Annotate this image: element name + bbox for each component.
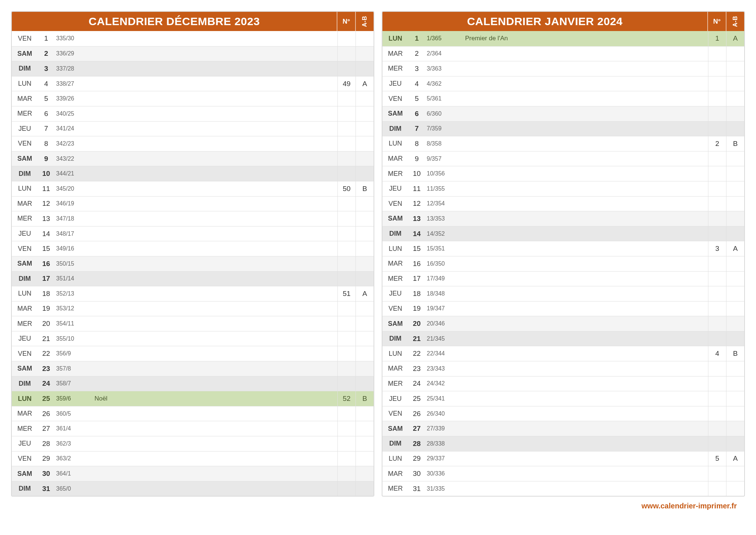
day-ordinal: 358/7	[55, 380, 93, 387]
week-number	[708, 316, 726, 331]
day-row: JEU2525/341	[382, 391, 744, 406]
day-row: MAR5339/26	[12, 91, 374, 106]
day-number: 12	[408, 200, 425, 208]
week-ab	[355, 331, 374, 346]
week-number: 50	[337, 181, 355, 196]
week-number: 51	[337, 286, 355, 301]
week-ab	[355, 421, 374, 436]
day-ordinal: 361/4	[55, 425, 93, 432]
day-of-week: MAR	[12, 410, 38, 418]
day-row: SAM1313/353	[382, 211, 744, 226]
day-of-week: JEU	[382, 80, 408, 88]
day-of-week: LUN	[382, 245, 408, 253]
day-row: VEN1919/347	[382, 301, 744, 316]
day-number: 18	[38, 290, 55, 298]
day-of-week: SAM	[12, 470, 38, 478]
week-number: 49	[337, 76, 355, 91]
week-number	[337, 241, 355, 256]
day-row: MAR22/364	[382, 46, 744, 61]
day-number: 6	[38, 110, 55, 118]
week-number	[337, 122, 355, 136]
day-row: VEN22356/9	[12, 346, 374, 361]
week-ab	[355, 481, 374, 496]
day-ordinal: 26/340	[425, 410, 464, 417]
day-number: 31	[408, 485, 425, 493]
day-of-week: VEN	[12, 245, 38, 253]
day-of-week: SAM	[12, 365, 38, 372]
day-number: 27	[408, 425, 425, 433]
day-ordinal: 21/345	[425, 335, 464, 342]
week-number: 2	[708, 136, 726, 151]
day-ordinal: 344/21	[55, 170, 93, 177]
day-ordinal: 352/13	[55, 290, 93, 297]
week-ab	[355, 406, 374, 421]
week-number	[708, 391, 726, 406]
week-ab	[726, 466, 744, 481]
day-number: 21	[38, 335, 55, 343]
day-of-week: MAR	[12, 200, 38, 208]
week-ab	[355, 272, 374, 286]
day-number: 24	[408, 379, 425, 388]
week-ab	[355, 211, 374, 226]
day-of-week: VEN	[12, 35, 38, 42]
week-ab	[355, 436, 374, 451]
day-number: 19	[38, 304, 55, 313]
day-ordinal: 22/344	[425, 350, 464, 357]
day-ordinal: 350/15	[55, 260, 93, 267]
day-of-week: DIM	[12, 380, 38, 388]
day-of-week: JEU	[12, 125, 38, 133]
day-ordinal: 342/23	[55, 140, 93, 147]
day-ordinal: 351/14	[55, 275, 93, 282]
day-number: 4	[408, 80, 425, 88]
day-number: 17	[408, 275, 425, 283]
week-number	[708, 226, 726, 241]
week-number	[337, 301, 355, 316]
week-number: 4	[708, 346, 726, 361]
week-number	[708, 256, 726, 271]
day-number: 7	[408, 125, 425, 133]
day-of-week: VEN	[382, 305, 408, 313]
day-ordinal: 9/357	[425, 156, 464, 162]
day-number: 2	[38, 50, 55, 58]
day-number: 25	[38, 395, 55, 403]
week-ab	[726, 376, 744, 391]
header-ab: A-B	[355, 12, 374, 31]
week-ab	[726, 91, 744, 106]
day-row: SAM2336/29	[12, 46, 374, 61]
day-ordinal: 18/348	[425, 290, 464, 297]
day-row: LUN2929/3375A	[382, 451, 744, 466]
day-ordinal: 5/361	[425, 95, 464, 102]
day-row: VEN15349/16	[12, 241, 374, 256]
day-number: 16	[408, 260, 425, 268]
day-ordinal: 357/8	[55, 365, 93, 372]
day-ordinal: 345/20	[55, 185, 93, 192]
day-ordinal: 347/18	[55, 215, 93, 222]
day-row: MER13347/18	[12, 211, 374, 226]
month-header: CALENDRIER JANVIER 2024N°A-B	[382, 12, 744, 31]
day-ordinal: 1/365	[425, 35, 464, 42]
day-of-week: MER	[382, 65, 408, 72]
day-of-week: MER	[12, 110, 38, 117]
day-row: MAR19353/12	[12, 301, 374, 316]
day-of-week: DIM	[12, 65, 38, 72]
day-number: 15	[38, 245, 55, 253]
week-ab: A	[726, 451, 744, 466]
day-number: 23	[38, 365, 55, 373]
day-row: SAM30364/1	[12, 466, 374, 481]
week-number	[337, 272, 355, 286]
day-of-week: DIM	[382, 125, 408, 133]
day-number: 28	[408, 440, 425, 448]
day-of-week: DIM	[12, 485, 38, 493]
day-number: 3	[408, 65, 425, 73]
week-ab	[726, 197, 744, 211]
day-ordinal: 343/22	[55, 156, 93, 162]
week-number	[337, 316, 355, 331]
day-of-week: SAM	[382, 110, 408, 117]
week-number	[337, 421, 355, 436]
day-number: 11	[38, 185, 55, 193]
day-ordinal: 24/342	[425, 380, 464, 387]
week-number: 1	[708, 31, 726, 46]
week-ab	[726, 481, 744, 496]
day-ordinal: 8/358	[425, 140, 464, 147]
day-of-week: MER	[382, 380, 408, 388]
